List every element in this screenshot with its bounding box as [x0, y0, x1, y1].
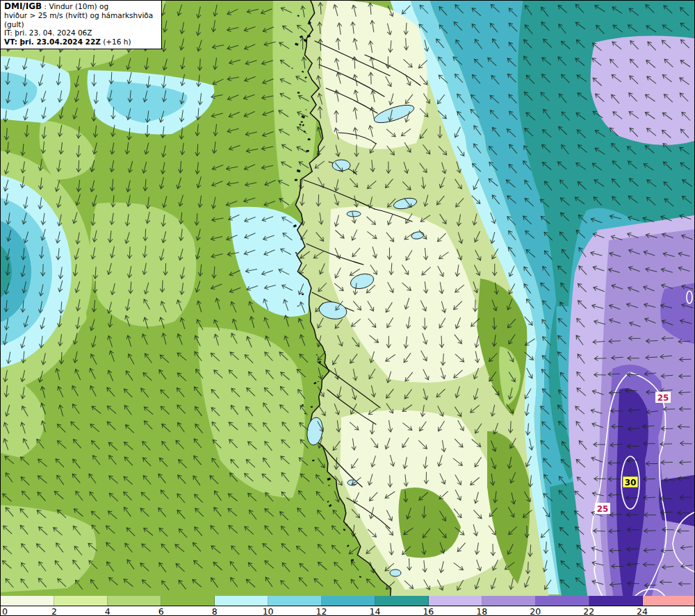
- colorbar-segment-22: [589, 596, 643, 606]
- coastal-island: [301, 121, 303, 122]
- coastal-island: [297, 92, 300, 94]
- coastal-island: [297, 306, 299, 307]
- coastal-island: [311, 406, 313, 408]
- coastal-island: [306, 150, 309, 152]
- colorbar-segment-10: [268, 596, 322, 606]
- colorbar-tick-20: 20: [530, 606, 541, 616]
- colorbar-segment-4: [108, 596, 161, 606]
- colorbar-tick-10: 10: [263, 606, 274, 616]
- legend-line-1: DMI/IGB : Vindur (10m) og: [4, 2, 158, 11]
- colorbar-tick-2: 2: [51, 606, 57, 616]
- colorbar-tick-6: 6: [158, 606, 164, 616]
- colorbar-tick-4: 4: [105, 606, 111, 616]
- colorbar-tick-12: 12: [316, 606, 327, 616]
- weather-map-frame: 252530 DMI/IGB : Vindur (10m) og hviður …: [0, 0, 695, 616]
- colorbar-tick-8: 8: [212, 606, 218, 616]
- wind-forecast-map: 252530 DMI/IGB : Vindur (10m) og hviður …: [1, 1, 695, 596]
- colorbar-segment-14: [375, 596, 429, 606]
- colorbar-tick-24: 24: [637, 606, 648, 616]
- colorbar-segment-6: [161, 596, 215, 606]
- coastal-island: [302, 294, 304, 295]
- colorbar-tick-14: 14: [370, 606, 381, 616]
- colorbar-tick-16: 16: [423, 606, 434, 616]
- colorbar-tick-18: 18: [476, 606, 487, 616]
- colorbar-segment-16: [429, 596, 482, 606]
- colorbar-segment-0: [1, 596, 54, 606]
- lake: [332, 160, 350, 171]
- legend-line-2: hviður > 25 m/s (hvítt) og hámarkshviða …: [4, 11, 158, 29]
- colorbar-segment-12: [322, 596, 375, 606]
- colorbar-segment-24: [643, 596, 695, 606]
- colorbar-segment-2: [54, 596, 108, 606]
- coastal-island: [312, 460, 314, 462]
- colorbar-tick-0: 0: [2, 606, 8, 616]
- legend-line-4: VT: þri. 23.04.2024 22Z (+16 h): [4, 38, 158, 47]
- forecast-legend-box: DMI/IGB : Vindur (10m) og hviður > 25 m/…: [1, 1, 162, 49]
- coastal-island: [345, 524, 348, 526]
- colorbar-tick-22: 22: [583, 606, 594, 616]
- colorbar-tick-labels: 024681012141618202224: [1, 606, 695, 616]
- coastal-island: [308, 138, 311, 140]
- colorbar-segment-20: [536, 596, 589, 606]
- model-name: DMI/IGB: [4, 1, 42, 11]
- legend-line-3: IT: þri. 23. 04. 2024 06Z: [4, 28, 158, 38]
- lake: [390, 569, 401, 576]
- coastal-island: [307, 35, 311, 38]
- coastal-island: [295, 179, 297, 181]
- lake: [347, 211, 361, 217]
- wind-speed-colorbar: [1, 596, 695, 606]
- colorbar-segment-18: [482, 596, 536, 606]
- map-canvas: 252530: [1, 1, 695, 596]
- gust-label-text: 25: [657, 393, 669, 403]
- gust-label-text: 30: [625, 478, 637, 488]
- colorbar-segment-8: [215, 596, 268, 606]
- gust-label-text: 25: [597, 504, 609, 514]
